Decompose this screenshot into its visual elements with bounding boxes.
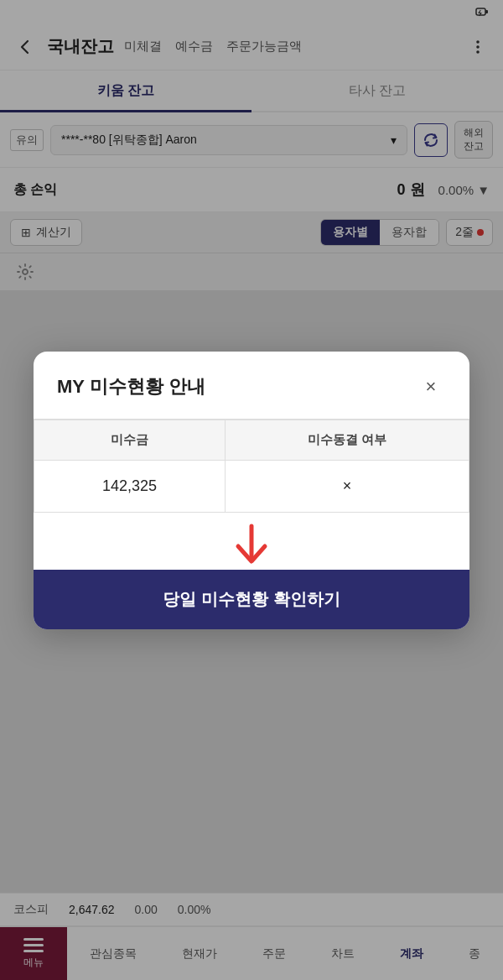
page: 국내잔고 미체결 예수금 주문가능금액 키움 잔고 타사 잔고 유의 ****-…	[0, 0, 503, 980]
table-cell-status: ×	[226, 460, 469, 512]
table-row: 142,325 ×	[34, 460, 469, 512]
modal-dialog: MY 미수현황 안내 × 미수금 미수동결 여부 142,325 ×	[34, 352, 469, 629]
modal-header: MY 미수현황 안내 ×	[34, 352, 469, 419]
confirm-button[interactable]: 당일 미수현황 확인하기	[34, 570, 469, 629]
table-header-receivables: 미수금	[34, 420, 226, 460]
down-arrow-icon	[226, 519, 277, 570]
modal-close-button[interactable]: ×	[416, 372, 446, 402]
modal-table: 미수금 미수동결 여부 142,325 ×	[34, 420, 469, 513]
table-cell-amount: 142,325	[34, 460, 226, 512]
modal-title: MY 미수현황 안내	[57, 374, 205, 399]
arrow-container	[34, 513, 469, 570]
modal-overlay: MY 미수현황 안내 × 미수금 미수동결 여부 142,325 ×	[0, 0, 503, 980]
table-header-freeze: 미수동결 여부	[226, 420, 469, 460]
